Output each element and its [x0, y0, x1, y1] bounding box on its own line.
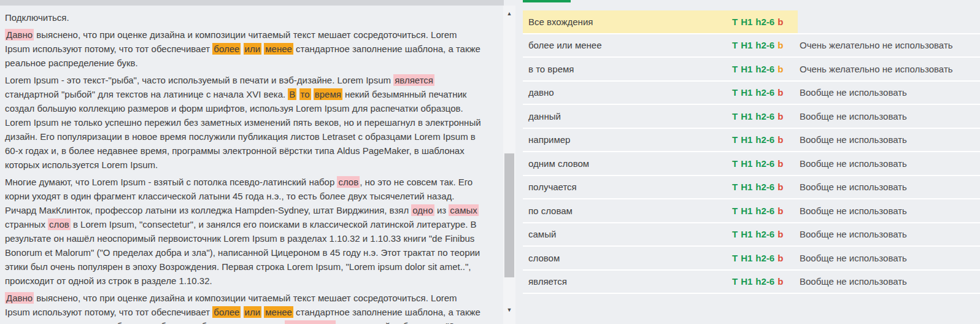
- tag-bold: b: [777, 87, 783, 98]
- occurrence-word: более или менее: [523, 40, 732, 50]
- text-paragraph: Подключиться.: [5, 10, 483, 25]
- tag-bold: b: [777, 134, 783, 145]
- tag-h2-6: h2-6: [755, 253, 774, 263]
- usage-advice: Вообще не использовать: [798, 152, 907, 175]
- tag-title: T: [732, 40, 738, 50]
- highlighted-word: является: [393, 74, 434, 86]
- occurrence-tags: TH1h2-6b: [732, 206, 783, 216]
- occurrence-tags: TH1h2-6b: [732, 276, 783, 287]
- occurrence-row[interactable]: являетсяTH1h2-6bВообще не использовать: [523, 271, 980, 295]
- tag-title: T: [732, 134, 738, 145]
- tag-h1: H1: [741, 276, 752, 287]
- highlighted-word: время: [314, 88, 342, 100]
- usage-advice: Вообще не использовать: [798, 271, 907, 293]
- occurrence-tags: TH1h2-6b: [732, 64, 783, 74]
- highlighted-word: самых: [449, 204, 478, 216]
- tag-h1: H1: [741, 111, 752, 122]
- occurrences-list: Все вхожденияTH1h2-6bболее или менееTH1h…: [523, 10, 980, 294]
- text-paragraph: Давно выяснено, что при оценке дизайна и…: [5, 28, 483, 70]
- tag-title: T: [732, 182, 738, 192]
- occurrence-word: Все вхождения: [523, 17, 732, 27]
- occurrence-row[interactable]: самыйTH1h2-6bВообще не использовать: [523, 223, 980, 247]
- row-main: в то времяTH1h2-6b: [523, 58, 798, 80]
- highlighted-word: то: [299, 88, 311, 100]
- active-tab-indicator: [523, 0, 571, 2]
- tag-h2-6: h2-6: [755, 64, 774, 74]
- row-main: являетсяTH1h2-6b: [523, 271, 798, 293]
- scrollbar[interactable]: ▲ ▼: [503, 6, 515, 324]
- tag-title: T: [732, 253, 738, 263]
- occurrence-word: получается: [523, 182, 732, 192]
- occurrence-word: одним словом: [523, 158, 732, 169]
- occurrence-tags: TH1h2-6b: [732, 182, 783, 192]
- tag-title: T: [732, 206, 738, 216]
- tag-h2-6: h2-6: [755, 17, 774, 27]
- usage-advice: Вообще не использовать: [798, 176, 907, 199]
- text-paragraph: Lorem Ipsum - это текст-"рыба", часто ис…: [5, 73, 483, 172]
- text-paragraph: Многие думают, что Lorem Ipsum - взятый …: [5, 175, 483, 288]
- scroll-up-icon[interactable]: ▲: [503, 11, 515, 17]
- occurrence-tags: TH1h2-6b: [732, 134, 783, 145]
- tag-h2-6: h2-6: [755, 206, 774, 216]
- row-main: Все вхожденияTH1h2-6b: [523, 10, 798, 33]
- highlighted-word: или: [244, 43, 262, 55]
- tag-bold: b: [777, 158, 783, 169]
- occurrence-word: словом: [523, 253, 732, 263]
- tag-h2-6: h2-6: [755, 276, 774, 287]
- usage-advice: Вообще не использовать: [798, 223, 907, 246]
- tag-bold: b: [777, 229, 783, 239]
- usage-advice: Очень желательно не использовать: [798, 58, 953, 80]
- occurrence-tags: TH1h2-6b: [732, 40, 783, 50]
- tag-title: T: [732, 64, 738, 74]
- occurrence-tags: TH1h2-6b: [732, 87, 783, 98]
- usage-advice: Вообще не использовать: [798, 82, 907, 104]
- highlighted-word: слов: [337, 176, 360, 188]
- occurrence-word: по словам: [523, 206, 732, 216]
- highlighted-word: менее: [264, 306, 293, 318]
- occurrence-row[interactable]: напримерTH1h2-6bВообще не использовать: [523, 129, 980, 153]
- row-main: по словамTH1h2-6b: [523, 199, 798, 222]
- tag-title: T: [732, 276, 738, 287]
- highlighted-word: Давно: [5, 292, 34, 304]
- occurrence-word: данный: [523, 111, 732, 122]
- tag-h1: H1: [741, 17, 752, 27]
- occurrence-row[interactable]: данныйTH1h2-6bВообще не использовать: [523, 105, 980, 129]
- tag-h2-6: h2-6: [755, 158, 774, 169]
- tag-bold: b: [777, 64, 783, 74]
- occurrence-tags: TH1h2-6b: [732, 229, 783, 239]
- tag-title: T: [732, 229, 738, 239]
- occurrence-row[interactable]: более или менееTH1h2-6bОчень желательно …: [523, 34, 980, 58]
- highlighted-word: Давно: [5, 29, 34, 40]
- occurrence-row-all[interactable]: Все вхожденияTH1h2-6b: [523, 10, 980, 34]
- highlighted-word: слов: [48, 218, 71, 230]
- row-main: более или менееTH1h2-6b: [523, 34, 798, 57]
- occurrence-row[interactable]: одним словомTH1h2-6bВообще не использова…: [523, 152, 980, 176]
- tag-bold: b: [777, 276, 783, 287]
- occurrence-row[interactable]: словомTH1h2-6bВообще не использовать: [523, 247, 980, 271]
- row-main: словомTH1h2-6b: [523, 247, 798, 269]
- tag-title: T: [732, 17, 738, 27]
- scrollbar-thumb[interactable]: [504, 153, 514, 277]
- occurrence-tags: TH1h2-6b: [732, 253, 783, 263]
- occurrence-word: самый: [523, 229, 732, 239]
- row-main: данныйTH1h2-6b: [523, 105, 798, 128]
- tag-bold: b: [777, 17, 783, 27]
- row-main: получаетсяTH1h2-6b: [523, 176, 798, 199]
- occurrence-row[interactable]: по словамTH1h2-6bВообще не использовать: [523, 199, 980, 223]
- occurrence-row[interactable]: давноTH1h2-6bВообще не использовать: [523, 82, 980, 106]
- toolbar-edge: [0, 0, 504, 6]
- occurrence-tags: TH1h2-6b: [732, 17, 783, 27]
- source-text-panel[interactable]: Подключиться.Давно выяснено, что при оце…: [0, 6, 503, 324]
- occurrence-tags: TH1h2-6b: [732, 111, 783, 122]
- occurrence-row[interactable]: в то времяTH1h2-6bОчень желательно не ис…: [523, 58, 980, 82]
- scroll-down-icon[interactable]: ▼: [503, 307, 515, 313]
- tag-bold: b: [777, 40, 783, 50]
- tag-title: T: [732, 158, 738, 169]
- usage-advice: Очень желательно не использовать: [798, 34, 953, 57]
- occurrence-row[interactable]: получаетсяTH1h2-6bВообще не использовать: [523, 176, 980, 200]
- highlighted-word: или: [244, 306, 262, 318]
- tag-h2-6: h2-6: [755, 87, 774, 98]
- tag-h1: H1: [741, 253, 752, 263]
- row-main: напримерTH1h2-6b: [523, 129, 798, 152]
- tag-h1: H1: [741, 87, 752, 98]
